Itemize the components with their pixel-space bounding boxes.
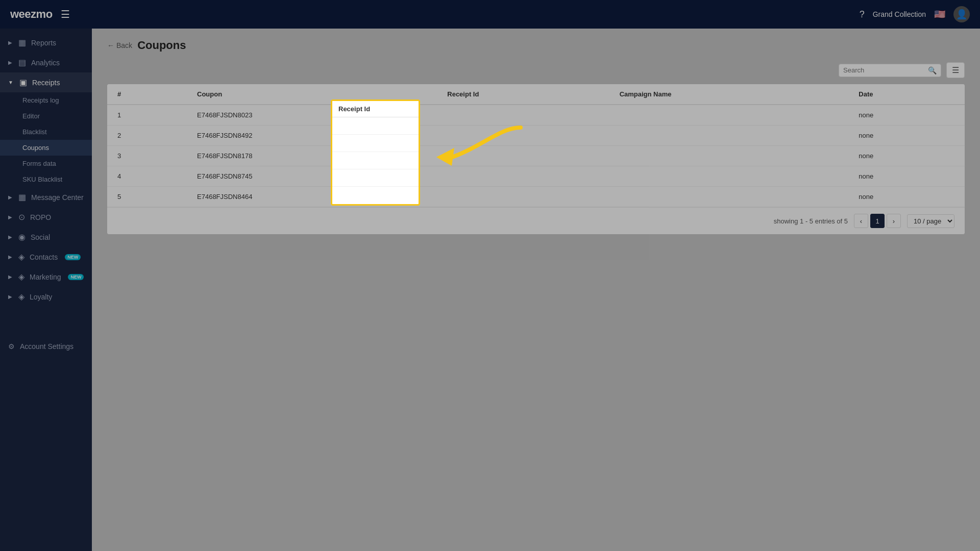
tooltip-row: [332, 135, 419, 152]
tooltip-row: [332, 187, 419, 204]
tooltip-row: [332, 117, 419, 135]
tooltip-row: [332, 152, 419, 169]
receipt-id-tooltip: Receipt Id: [331, 99, 420, 206]
modal-overlay: [0, 0, 980, 551]
tooltip-header: Receipt Id: [332, 101, 419, 117]
tooltip-row: [332, 169, 419, 187]
tooltip-rows: [332, 117, 419, 204]
